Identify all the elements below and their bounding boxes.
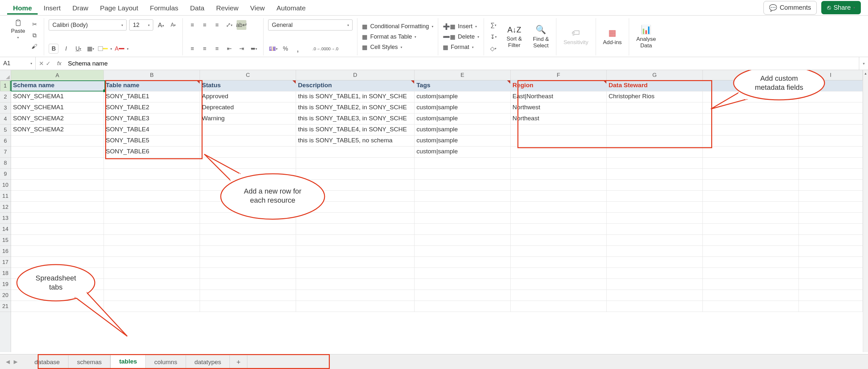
cell-A16[interactable] <box>11 246 104 257</box>
insert-cells-button[interactable]: ➕▦Insert ▾ <box>443 22 479 31</box>
cell-E2[interactable]: custom|sample <box>414 92 510 102</box>
row-header-12[interactable]: 12 <box>0 202 11 213</box>
cell-D15[interactable] <box>296 235 414 246</box>
cell-I5[interactable] <box>799 125 863 136</box>
row-header-6[interactable]: 6 <box>0 136 11 146</box>
row-headers[interactable]: 123456789101112131415161718192021 <box>0 80 11 352</box>
scroll-up-button[interactable]: ▲ <box>863 70 868 76</box>
cancel-formula-button[interactable]: ✕ <box>39 60 44 67</box>
column-header-F[interactable]: F <box>510 70 607 80</box>
cell-F13[interactable] <box>510 213 607 224</box>
share-button[interactable]: ⎋ Share ▾ <box>821 1 861 14</box>
sheet-tab-database[interactable]: database <box>26 356 68 369</box>
row-header-9[interactable]: 9 <box>0 169 11 180</box>
bold-button[interactable]: B <box>49 44 58 54</box>
increase-font-button[interactable]: A▴ <box>156 20 165 30</box>
clear-button[interactable]: ◇ ▾ <box>489 44 498 54</box>
accounting-format-button[interactable]: 💷▾ <box>268 44 278 54</box>
conditional-formatting-button[interactable]: ▦Conditional Formatting ▾ <box>362 22 433 31</box>
cell-I12[interactable] <box>799 202 863 213</box>
cell-F18[interactable] <box>510 268 607 279</box>
cell-F21[interactable] <box>510 301 607 312</box>
cell-I15[interactable] <box>799 235 863 246</box>
sheet-nav-next[interactable]: ▶ <box>12 359 20 365</box>
cell-E8[interactable] <box>414 158 510 169</box>
cell-B5[interactable]: SONY_TABLE4 <box>104 125 200 136</box>
ribbon-tab-draw[interactable]: Draw <box>66 1 94 14</box>
cell-B4[interactable]: SONY_TABLE3 <box>104 113 200 125</box>
cell-E16[interactable] <box>414 246 510 257</box>
comments-button[interactable]: 💬 Comments <box>764 1 817 14</box>
column-header-C[interactable]: C <box>200 70 296 80</box>
cell-F12[interactable] <box>510 202 607 213</box>
cell-G13[interactable] <box>607 213 703 224</box>
cell-I17[interactable] <box>799 257 863 268</box>
ribbon-tab-page-layout[interactable]: Page Layout <box>94 1 144 14</box>
cell-F17[interactable] <box>510 257 607 268</box>
cell-A15[interactable] <box>11 235 104 246</box>
decrease-font-button[interactable]: A▾ <box>168 20 178 30</box>
cell-F5[interactable] <box>510 125 607 136</box>
percent-button[interactable]: % <box>280 44 290 54</box>
cell-F8[interactable] <box>510 158 607 169</box>
cell-H14[interactable] <box>703 224 799 235</box>
cell-H10[interactable] <box>703 180 799 191</box>
cell-H12[interactable] <box>703 202 799 213</box>
row-header-1[interactable]: 1 <box>0 80 11 92</box>
cell-C18[interactable] <box>200 268 296 279</box>
cell-E7[interactable]: custom|sample <box>414 146 510 158</box>
cell-H4[interactable] <box>703 113 799 125</box>
row-header-20[interactable]: 20 <box>0 290 11 301</box>
increase-indent-button[interactable]: ⇥ <box>237 44 246 54</box>
cell-B1[interactable]: Table name <box>104 80 200 92</box>
cell-F11[interactable] <box>510 191 607 202</box>
row-header-11[interactable]: 11 <box>0 191 11 202</box>
cell-B6[interactable]: SONY_TABLE5 <box>104 136 200 146</box>
cell-A6[interactable] <box>11 136 104 146</box>
cell-E4[interactable]: custom|sample <box>414 113 510 125</box>
italic-button[interactable]: I <box>61 44 71 54</box>
cell-H17[interactable] <box>703 257 799 268</box>
cell-G9[interactable] <box>607 169 703 180</box>
cell-A1[interactable]: Schema name <box>11 80 104 92</box>
font-color-button[interactable]: A <box>115 44 124 54</box>
cell-E12[interactable] <box>414 202 510 213</box>
row-header-19[interactable]: 19 <box>0 279 11 290</box>
number-format-select[interactable]: General ▾ <box>268 20 352 31</box>
cell-I7[interactable] <box>799 146 863 158</box>
format-painter-button[interactable]: 🖌 <box>30 41 39 51</box>
select-all-corner[interactable] <box>0 70 11 80</box>
align-center-button[interactable]: ≡ <box>199 44 209 54</box>
cell-styles-button[interactable]: ▦Cell Styles ▾ <box>362 43 433 52</box>
cell-I13[interactable] <box>799 213 863 224</box>
row-header-2[interactable]: 2 <box>0 92 11 102</box>
orientation-button[interactable]: ⤢▾ <box>224 20 234 30</box>
cell-D2[interactable]: this is SONY_TABLE1, in SONY_SCHE <box>296 92 414 102</box>
font-name-select[interactable]: Calibri (Body) ▾ <box>49 20 127 31</box>
cell-D4[interactable]: this is SONY_TABLE3, in SONY_SCHE <box>296 113 414 125</box>
align-top-button[interactable]: ≡ <box>187 20 197 30</box>
cell-C1[interactable]: Status <box>200 80 296 92</box>
fill-button[interactable]: ↧ ▾ <box>489 32 498 42</box>
cell-C14[interactable] <box>200 224 296 235</box>
cell-C16[interactable] <box>200 246 296 257</box>
cell-F2[interactable]: East|Northeast <box>510 92 607 102</box>
cell-I6[interactable] <box>799 136 863 146</box>
cell-F19[interactable] <box>510 279 607 290</box>
row-header-10[interactable]: 10 <box>0 180 11 191</box>
cell-G14[interactable] <box>607 224 703 235</box>
cell-H11[interactable] <box>703 191 799 202</box>
fx-icon[interactable]: fx <box>54 60 65 67</box>
cell-D19[interactable] <box>296 279 414 290</box>
wrap-text-button[interactable]: ab↵ <box>237 20 246 30</box>
sort-filter-button[interactable]: A↓Z Sort & Filter <box>504 24 525 50</box>
cell-F10[interactable] <box>510 180 607 191</box>
cell-H6[interactable] <box>703 136 799 146</box>
autosum-button[interactable]: ∑ ▾ <box>489 21 498 30</box>
cell-I4[interactable] <box>799 113 863 125</box>
cell-D16[interactable] <box>296 246 414 257</box>
cell-B12[interactable] <box>104 202 200 213</box>
cell-E20[interactable] <box>414 290 510 301</box>
cell-B14[interactable] <box>104 224 200 235</box>
cell-G5[interactable] <box>607 125 703 136</box>
